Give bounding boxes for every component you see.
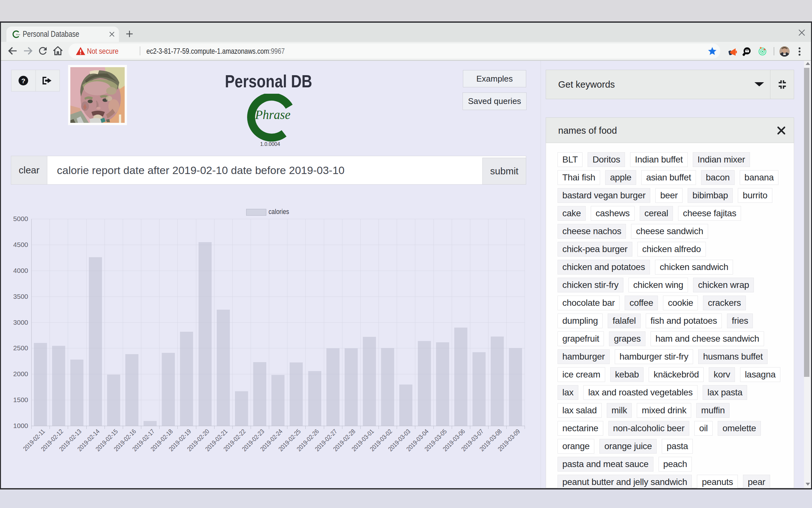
svg-text:Phrase: Phrase — [16, 34, 20, 36]
